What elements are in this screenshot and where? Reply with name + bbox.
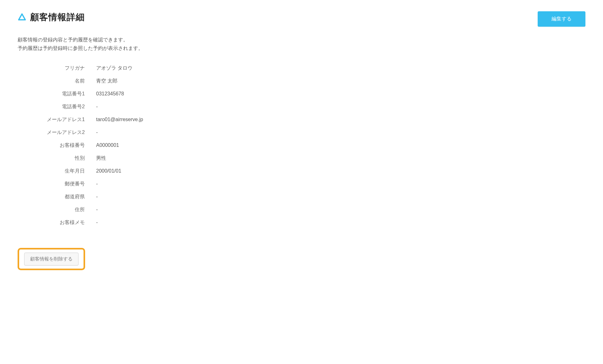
edit-button[interactable]: 編集する xyxy=(538,11,585,27)
detail-label: 生年月日 xyxy=(18,168,96,174)
detail-row-gender: 性別 男性 xyxy=(18,152,585,165)
detail-row-furigana: フリガナ アオゾラ タロウ xyxy=(18,62,585,75)
description-line-2: 予約履歴は予約登録時に参照した予約が表示されます。 xyxy=(18,44,585,52)
detail-row-phone1: 電話番号1 0312345678 xyxy=(18,88,585,100)
detail-value: アオゾラ タロウ xyxy=(96,65,133,72)
detail-row-postal-code: 郵便番号 - xyxy=(18,178,585,190)
description-line-1: 顧客情報の登録内容と予約履歴を確認できます。 xyxy=(18,35,585,44)
detail-value: - xyxy=(96,104,98,110)
detail-row-name: 名前 青空 太郎 xyxy=(18,75,585,88)
detail-row-phone2: 電話番号2 - xyxy=(18,100,585,113)
detail-value: 青空 太郎 xyxy=(96,78,117,84)
delete-highlight-frame: 顧客情報を削除する xyxy=(18,248,85,270)
detail-label: 性別 xyxy=(18,155,96,162)
detail-value: 男性 xyxy=(96,155,106,162)
detail-row-email1: メールアドレス1 taro01@airreserve.jp xyxy=(18,113,585,126)
detail-row-customer-number: お客様番号 A0000001 xyxy=(18,139,585,152)
detail-label: 電話番号2 xyxy=(18,104,96,110)
customer-details: フリガナ アオゾラ タロウ 名前 青空 太郎 電話番号1 0312345678 … xyxy=(18,62,585,229)
detail-label: メールアドレス2 xyxy=(18,129,96,136)
header-row: 顧客情報詳細 編集する xyxy=(18,11,585,27)
detail-label: 名前 xyxy=(18,78,96,84)
detail-value: 0312345678 xyxy=(96,91,124,97)
detail-row-email2: メールアドレス2 - xyxy=(18,126,585,139)
detail-value: - xyxy=(96,220,98,225)
detail-label: 都道府県 xyxy=(18,194,96,200)
detail-row-birthdate: 生年月日 2000/01/01 xyxy=(18,165,585,178)
detail-label: 住所 xyxy=(18,206,96,213)
detail-value: - xyxy=(96,194,98,200)
detail-value: - xyxy=(96,207,98,212)
detail-label: お客様番号 xyxy=(18,142,96,149)
detail-row-customer-memo: お客様メモ - xyxy=(18,216,585,229)
detail-label: 電話番号1 xyxy=(18,91,96,97)
detail-label: メールアドレス1 xyxy=(18,116,96,123)
delete-customer-button[interactable]: 顧客情報を削除する xyxy=(24,253,79,265)
detail-label: 郵便番号 xyxy=(18,181,96,187)
detail-row-prefecture: 都道府県 - xyxy=(18,190,585,203)
detail-value: 2000/01/01 xyxy=(96,168,121,174)
detail-value: - xyxy=(96,181,98,187)
page-description: 顧客情報の登録内容と予約履歴を確認できます。 予約履歴は予約登録時に参照した予約… xyxy=(18,35,585,52)
detail-label: フリガナ xyxy=(18,65,96,72)
detail-row-address: 住所 - xyxy=(18,203,585,216)
detail-value: A0000001 xyxy=(96,142,119,148)
triangle-logo-icon xyxy=(18,13,26,22)
page-title: 顧客情報詳細 xyxy=(30,11,85,23)
title-wrap: 顧客情報詳細 xyxy=(18,11,85,23)
detail-label: お客様メモ xyxy=(18,219,96,226)
detail-value: taro01@airreserve.jp xyxy=(96,117,143,122)
detail-value: - xyxy=(96,130,98,135)
